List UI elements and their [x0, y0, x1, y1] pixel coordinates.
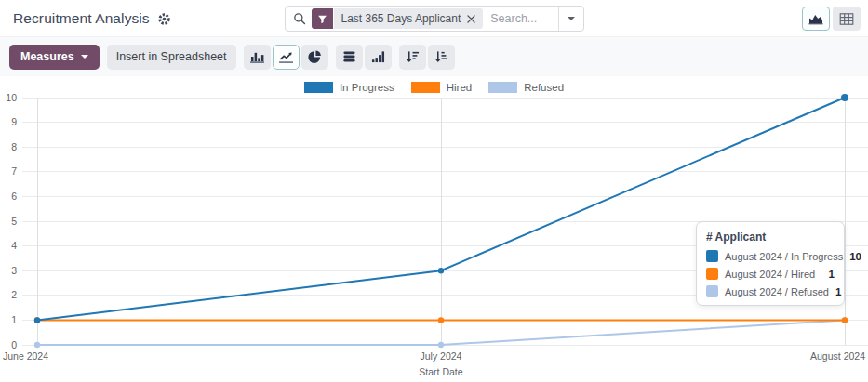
- y-tick-label: 2: [11, 289, 17, 300]
- tooltip-row: August 2024 / Hired1: [706, 268, 835, 280]
- facet-label: Last 365 Days Applicant: [341, 12, 461, 25]
- tooltip-value: 10: [849, 251, 861, 262]
- legend-swatch: [411, 82, 440, 93]
- search-icon: [293, 12, 306, 25]
- pie-chart-button[interactable]: [301, 45, 328, 70]
- sort-ascending-button[interactable]: [428, 45, 455, 70]
- view-switcher: [802, 7, 861, 31]
- pivot-view-button[interactable]: [833, 7, 861, 31]
- line-chart-icon: [279, 50, 293, 63]
- sort-amount-desc-icon: [406, 50, 420, 63]
- bar-chart-icon: [250, 50, 264, 63]
- y-tick-label: 4: [11, 240, 17, 251]
- legend-label: Refused: [524, 82, 564, 93]
- y-tick-label: 6: [11, 191, 17, 202]
- sort-group: [399, 45, 455, 70]
- search-bar: Last 365 Days Applicant: [285, 6, 584, 32]
- legend-label: Hired: [447, 82, 472, 93]
- legend-swatch: [304, 82, 333, 93]
- legend-item[interactable]: In Progress: [304, 82, 394, 93]
- graph-view-button[interactable]: [802, 7, 830, 31]
- graph-toolbar: Measures Insert in Spreadsheet: [0, 37, 868, 76]
- data-point[interactable]: [34, 317, 40, 323]
- tooltip-swatch: [706, 285, 718, 297]
- caret-down-icon: [568, 17, 575, 20]
- search-dropdown-toggle[interactable]: [558, 7, 583, 31]
- data-point[interactable]: [438, 268, 444, 273]
- tooltip-row: August 2024 / Refused1: [706, 285, 835, 297]
- tooltip-swatch: [706, 250, 718, 262]
- chart-legend: In ProgressHiredRefused: [0, 82, 868, 93]
- data-point[interactable]: [34, 342, 40, 348]
- area-chart-icon: [808, 12, 823, 25]
- stacked-button[interactable]: [336, 45, 363, 70]
- caret-down-icon: [81, 55, 88, 59]
- ascending-bars-icon: [371, 50, 385, 63]
- data-point[interactable]: [842, 317, 848, 323]
- facet-remove-icon[interactable]: [467, 15, 475, 23]
- x-tick-label: June 2024: [3, 350, 48, 362]
- data-point[interactable]: [438, 317, 444, 323]
- page-title: Recruitment Analysis: [13, 10, 150, 27]
- tooltip-label: August 2024 / Refused: [725, 286, 829, 297]
- legend-swatch: [488, 82, 517, 93]
- data-point[interactable]: [841, 94, 848, 101]
- chart-type-group: [244, 45, 328, 70]
- measures-label: Measures: [20, 50, 74, 63]
- tooltip-label: August 2024 / In Progress: [725, 251, 843, 262]
- tooltip-value: 1: [829, 269, 835, 280]
- y-tick-label: 0: [11, 339, 17, 350]
- y-tick-label: 1: [11, 314, 17, 325]
- y-tick-label: 7: [11, 165, 17, 177]
- pie-chart-icon: [308, 50, 322, 64]
- control-panel: Recruitment Analysis: [0, 0, 868, 37]
- gear-icon[interactable]: [157, 12, 171, 26]
- stacked-icon: [342, 50, 356, 63]
- pivot-table-icon: [839, 12, 854, 26]
- tooltip-title: # Applicant: [706, 231, 835, 244]
- tooltip-swatch: [706, 268, 718, 280]
- x-tick-label: July 2024: [421, 350, 462, 362]
- tooltip-row: August 2024 / In Progress10: [706, 250, 835, 262]
- y-tick-label: 5: [11, 216, 17, 227]
- y-tick-label: 3: [11, 265, 17, 276]
- x-tick-label: August 2024: [810, 350, 865, 362]
- sort-amount-asc-icon: [434, 50, 448, 63]
- insert-in-spreadsheet-button[interactable]: Insert in Spreadsheet: [107, 45, 236, 70]
- chart-mode-group: [336, 45, 392, 70]
- x-axis-title: Start Date: [419, 366, 462, 377]
- y-tick-label: 10: [6, 92, 17, 103]
- search-facet[interactable]: Last 365 Days Applicant: [312, 8, 484, 29]
- cumulative-button[interactable]: [365, 45, 392, 70]
- filter-funnel-icon: [312, 8, 333, 29]
- tooltip-rows: August 2024 / In Progress10August 2024 /…: [706, 250, 835, 297]
- bar-chart-button[interactable]: [244, 45, 271, 70]
- chart-tooltip: # Applicant August 2024 / In Progress10A…: [696, 221, 845, 306]
- legend-item[interactable]: Hired: [411, 82, 472, 93]
- breadcrumb: Recruitment Analysis: [13, 0, 171, 37]
- measures-button[interactable]: Measures: [9, 45, 100, 70]
- search-input[interactable]: [483, 12, 557, 25]
- data-point[interactable]: [438, 342, 444, 348]
- recruitment-analysis-app: Recruitment Analysis: [0, 0, 868, 382]
- sort-descending-button[interactable]: [399, 45, 426, 70]
- facet-body: Last 365 Days Applicant: [334, 8, 484, 29]
- y-tick-label: 9: [11, 116, 17, 127]
- line-chart-button[interactable]: [273, 45, 300, 70]
- legend-item[interactable]: Refused: [488, 82, 564, 93]
- tooltip-value: 1: [835, 286, 841, 297]
- chart-area: In ProgressHiredRefused 012345678910June…: [0, 76, 868, 382]
- legend-label: In Progress: [340, 82, 394, 93]
- y-tick-label: 8: [11, 141, 17, 152]
- tooltip-label: August 2024 / Hired: [725, 269, 822, 280]
